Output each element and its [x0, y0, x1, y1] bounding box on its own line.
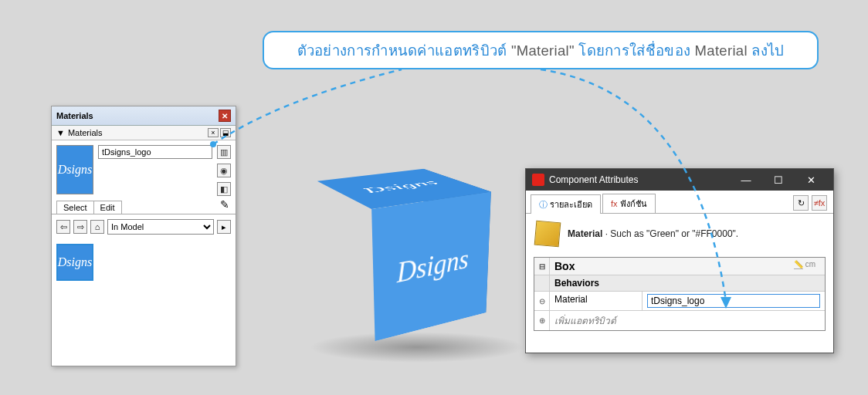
- component-attributes-title: Component Attributes: [549, 174, 638, 185]
- materials-panel-subtitle: Materials: [68, 128, 103, 137]
- material-preview-swatch[interactable]: Dsigns: [56, 145, 93, 194]
- tab-edit[interactable]: Edit: [93, 201, 122, 214]
- maximize-icon[interactable]: ☐: [762, 169, 795, 191]
- attribute-section-header: Behaviors: [550, 275, 825, 291]
- component-attributes-titlebar[interactable]: Component Attributes — ☐ ✕: [526, 169, 833, 191]
- toggle-formula-button[interactable]: ≠fx: [812, 195, 827, 211]
- logo-glyph: Dsigns: [58, 245, 92, 279]
- attribute-grid: ⊟ Box 📏 cm Behaviors ⊖ Material ⊕ เพิ่มแ…: [534, 257, 826, 331]
- annotation-callout: ตัวอย่างการกำหนดค่าแอตทริบิวต์ "Material…: [263, 31, 819, 69]
- close-icon[interactable]: ✕: [795, 169, 827, 191]
- panel-pin-icon[interactable]: ⬓: [220, 128, 231, 137]
- attribute-info-desc: · Such as "Green" or "#FF0000".: [602, 228, 738, 239]
- callout-text-3: ลงไป: [748, 42, 785, 59]
- callout-text-quoted: "Material": [511, 42, 575, 59]
- tab-details[interactable]: ⓘรายละเอียด: [531, 194, 601, 214]
- refresh-button[interactable]: ↻: [793, 195, 809, 211]
- create-material-button[interactable]: ◉: [217, 164, 231, 177]
- row-handle-icon[interactable]: ⊖: [534, 292, 550, 310]
- close-icon[interactable]: ✕: [219, 110, 231, 122]
- nav-forward-button[interactable]: ⇨: [73, 220, 87, 234]
- materials-panel: Materials ✕ ▼ Materials × ⬓ Dsigns ▥ ◉ ◧…: [51, 106, 236, 366]
- component-attributes-window: Component Attributes — ☐ ✕ ⓘรายละเอียด f…: [525, 168, 834, 353]
- fx-icon: fx: [611, 199, 618, 208]
- cube-preview: Dsigns Dsigns Dsigns: [340, 185, 494, 339]
- attribute-help-icon: [534, 221, 561, 248]
- material-thumbnail[interactable]: Dsigns: [56, 244, 93, 281]
- collapse-triangle-icon[interactable]: ▼: [56, 128, 65, 137]
- component-name: Box: [554, 260, 575, 272]
- materials-panel-subheader[interactable]: ▼ Materials × ⬓: [52, 126, 236, 140]
- tab-functions[interactable]: fxฟังก์ชัน: [602, 194, 656, 213]
- callout-text-1: ตัวอย่างการกำหนดค่าแอตทริบิวต์: [297, 42, 511, 59]
- table-row[interactable]: ⊖ Material: [534, 292, 825, 311]
- eyedropper-icon[interactable]: ✎: [220, 198, 229, 211]
- attribute-name-cell[interactable]: Material: [550, 292, 643, 310]
- callout-text-term: Material: [695, 42, 748, 59]
- attribute-value-input[interactable]: [647, 294, 820, 308]
- details-menu-button[interactable]: ▸: [217, 220, 231, 234]
- materials-panel-title: Materials: [56, 111, 93, 120]
- nav-back-button[interactable]: ⇦: [56, 220, 70, 234]
- material-thumbnail-grid: Dsigns: [52, 239, 236, 366]
- attribute-info-name: Material: [568, 228, 602, 239]
- add-attribute-row[interactable]: ⊕ เพิ่มแอตทริบิวต์: [534, 311, 825, 330]
- sketchup-app-icon: [532, 174, 544, 186]
- add-attribute-icon[interactable]: ⊕: [534, 311, 550, 330]
- materials-panel-titlebar[interactable]: Materials ✕: [52, 106, 236, 126]
- unit-label[interactable]: 📏 cm: [794, 260, 820, 272]
- tab-select[interactable]: Select: [56, 201, 94, 214]
- collapse-toggle-icon[interactable]: ⊟: [534, 258, 550, 275]
- logo-glyph: Dsigns: [58, 163, 92, 177]
- cube-face-front: Dsigns: [371, 192, 491, 342]
- material-library-select[interactable]: In Model: [107, 219, 214, 235]
- nav-home-button[interactable]: ⌂: [90, 220, 104, 234]
- panel-mini-close-icon[interactable]: ×: [208, 128, 219, 137]
- display-secondary-pane-button[interactable]: ▥: [217, 145, 231, 159]
- material-name-input[interactable]: [98, 145, 212, 159]
- info-icon: ⓘ: [539, 200, 548, 209]
- set-default-material-button[interactable]: ◧: [217, 182, 231, 196]
- minimize-icon[interactable]: —: [730, 169, 762, 191]
- callout-text-2: โดยการใส่ชื่อของ: [575, 42, 695, 59]
